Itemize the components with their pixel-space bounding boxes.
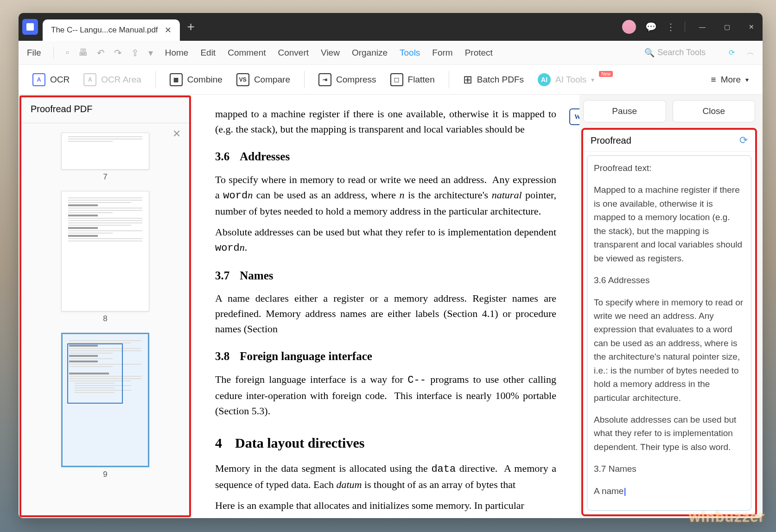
- ocr-area-button[interactable]: A OCR Area: [83, 73, 141, 86]
- close-tab-icon[interactable]: ✕: [165, 25, 172, 35]
- ocr-area-icon: A: [83, 73, 96, 86]
- doc-heading-3-7: 3.7Names: [215, 267, 556, 285]
- doc-heading-4: 4Data layout directives: [215, 432, 556, 453]
- thumbnail-list[interactable]: ✕ 7 8: [21, 123, 189, 515]
- more-icon: ≡: [711, 75, 716, 85]
- share-icon[interactable]: ⇪: [131, 47, 139, 58]
- compress-icon: ⇥: [318, 73, 331, 86]
- menu-protect[interactable]: Protect: [465, 48, 493, 58]
- close-thumbs-icon[interactable]: ✕: [172, 128, 181, 140]
- thumbnail-page-7[interactable]: [61, 133, 149, 170]
- refresh-icon[interactable]: ⟳: [739, 134, 748, 146]
- search-icon: 🔍: [644, 48, 655, 58]
- proofread-text[interactable]: Proofread text: Mapped to a machine regi…: [587, 155, 751, 511]
- ai-icon: AI: [538, 73, 551, 86]
- document-view[interactable]: W mapped to a machine register if there …: [192, 95, 579, 518]
- combine-button[interactable]: ▦ Combine: [170, 73, 223, 86]
- pause-button[interactable]: Pause: [583, 100, 666, 122]
- word-export-icon[interactable]: W: [569, 108, 579, 125]
- maximize-button[interactable]: ▢: [719, 23, 735, 31]
- thumbnail-page-8[interactable]: [61, 191, 149, 311]
- menu-comment[interactable]: Comment: [228, 48, 266, 58]
- print-icon[interactable]: 🖶: [78, 47, 88, 58]
- menu-tools[interactable]: Tools: [400, 48, 420, 58]
- sidebar-title: Proofread PDF: [21, 97, 189, 123]
- menu-convert[interactable]: Convert: [278, 48, 309, 58]
- minimize-button[interactable]: —: [694, 23, 710, 31]
- search-tools[interactable]: 🔍 Search Tools: [644, 48, 706, 58]
- sync-icon[interactable]: ⟳: [729, 48, 735, 57]
- save-icon[interactable]: ▫: [66, 47, 69, 58]
- menubar: File ▫ 🖶 ↶ ↷ ⇪ ▾ Home Edit Comment Conve…: [19, 41, 763, 65]
- thumb-label-8: 8: [31, 314, 180, 323]
- panel-title: Proofread: [591, 135, 631, 146]
- chat-icon[interactable]: 💬: [645, 21, 657, 32]
- new-tab-button[interactable]: +: [187, 19, 195, 34]
- titlebar: The C-- Langu...ce Manual.pdf ✕ + 💬 ⋮ — …: [19, 13, 763, 41]
- proofread-sidebar: Proofread PDF ✕ 7 8: [19, 95, 191, 517]
- flatten-button[interactable]: ⬚ Flatten: [390, 73, 435, 86]
- watermark: winbuzzer: [689, 508, 765, 526]
- menu-view[interactable]: View: [321, 48, 340, 58]
- menu-edit[interactable]: Edit: [200, 48, 216, 58]
- kebab-menu-icon[interactable]: ⋮: [666, 21, 675, 32]
- new-badge: New: [599, 71, 613, 77]
- thumbnail-page-9[interactable]: [61, 333, 149, 467]
- doc-paragraph: The foreign language interface is a way …: [215, 372, 556, 418]
- proof-paragraph: Mapped to a machine register if there is…: [594, 183, 744, 265]
- batch-pdfs-button[interactable]: ⊞ Batch PDFs: [463, 73, 524, 86]
- flatten-icon: ⬚: [390, 73, 403, 86]
- doc-heading-3-6: 3.6Addresses: [215, 148, 556, 165]
- doc-paragraph: Absolute addresses can be used but what …: [215, 224, 556, 256]
- compare-button[interactable]: VS Compare: [236, 73, 290, 86]
- menu-home[interactable]: Home: [165, 48, 189, 58]
- document-tab[interactable]: The C-- Langu...ce Manual.pdf ✕: [43, 19, 180, 41]
- proofread-output: Proofread ⟳ Proofread text: Mapped to a …: [581, 128, 757, 516]
- doc-heading-3-8: 3.8Foreign language interface: [215, 348, 556, 365]
- tools-toolbar: A OCR A OCR Area ▦ Combine VS Compare ⇥ …: [19, 65, 763, 95]
- compress-button[interactable]: ⇥ Compress: [318, 73, 376, 86]
- redo-icon[interactable]: ↷: [114, 47, 122, 58]
- ocr-icon: A: [32, 73, 45, 86]
- doc-paragraph: Here is an example that allocates and in…: [215, 498, 556, 513]
- dropdown-icon[interactable]: ▾: [148, 47, 153, 58]
- app-icon: [22, 19, 38, 35]
- proof-paragraph-typing: A name: [594, 484, 744, 498]
- ai-tools-button[interactable]: AI AI Tools ▾ New: [538, 73, 613, 86]
- doc-paragraph: mapped to a machine register if there is…: [215, 106, 556, 137]
- doc-paragraph: Memory in the data segment is allocated …: [215, 461, 556, 492]
- thumb-label-9: 9: [31, 470, 180, 479]
- menu-form[interactable]: Form: [432, 48, 452, 58]
- compare-icon: VS: [236, 73, 249, 86]
- proof-label: Proofread text:: [594, 161, 744, 175]
- proof-paragraph: Absolute addresses can be used but what …: [594, 413, 744, 454]
- proof-paragraph: 3.6 Addresses: [594, 273, 744, 287]
- ocr-button[interactable]: A OCR: [32, 73, 70, 86]
- thumbnail-viewport: [67, 343, 123, 404]
- close-window-button[interactable]: ✕: [744, 23, 759, 31]
- more-button[interactable]: ≡ More ▾: [711, 75, 749, 85]
- main-area: Proofread PDF ✕ 7 8: [19, 95, 763, 518]
- user-avatar[interactable]: [622, 20, 636, 34]
- proof-paragraph: 3.7 Names: [594, 462, 744, 475]
- thumb-label-7: 7: [31, 172, 180, 182]
- menu-organize[interactable]: Organize: [352, 48, 388, 58]
- proofread-panel: Pause Close Proofread ⟳ Proofread text: …: [579, 95, 763, 518]
- doc-paragraph: To specify where in memory to read or wr…: [215, 172, 556, 219]
- search-placeholder: Search Tools: [657, 48, 706, 57]
- undo-icon[interactable]: ↶: [97, 47, 105, 58]
- doc-paragraph: A name declares either a register or a m…: [215, 291, 556, 336]
- tab-name: The C-- Langu...ce Manual.pdf: [51, 25, 158, 35]
- batch-icon: ⊞: [463, 73, 472, 86]
- combine-icon: ▦: [170, 73, 183, 86]
- close-panel-button[interactable]: Close: [673, 100, 756, 122]
- menu-file[interactable]: File: [27, 48, 41, 58]
- collapse-ribbon-icon[interactable]: ︿: [747, 48, 754, 57]
- app-window: The C-- Langu...ce Manual.pdf ✕ + 💬 ⋮ — …: [19, 13, 763, 518]
- proof-paragraph: To specify where in memory to read or wr…: [594, 296, 744, 405]
